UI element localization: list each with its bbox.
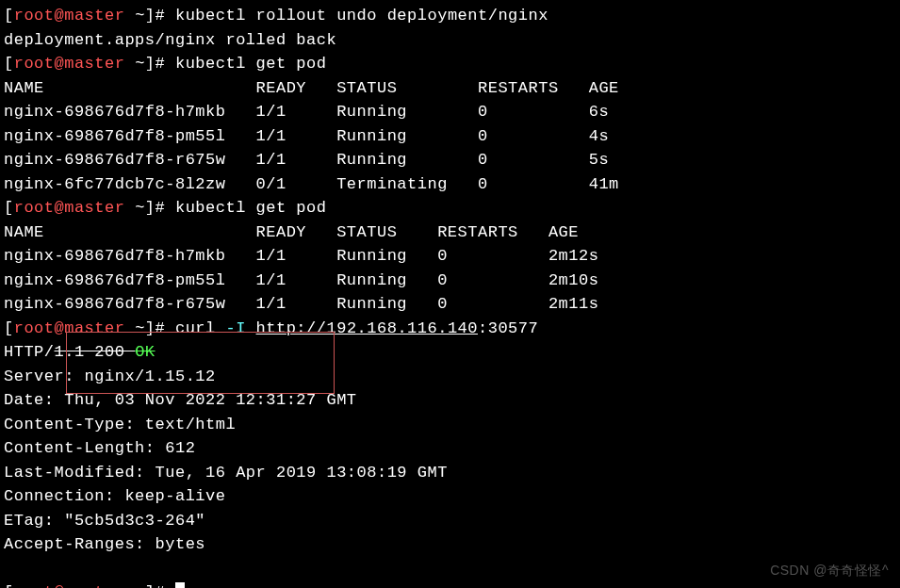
table-row: nginx-698676d7f8-h7mkb 1/1 Running 0 2m1… xyxy=(4,244,896,269)
output-rollback: deployment.apps/nginx rolled back xyxy=(4,28,896,53)
http-header-etag: ETag: "5cb5d3c3-264" xyxy=(4,509,896,533)
prompt-end: ]# xyxy=(145,7,175,24)
table-row: nginx-698676d7f8-pm55l 1/1 Running 0 4s xyxy=(4,124,896,149)
table-row: nginx-698676d7f8-h7mkb 1/1 Running 0 6s xyxy=(4,100,896,124)
http-header-accept-ranges: Accept-Ranges: bytes xyxy=(4,532,896,557)
prompt-line-4: [root@master ~]# curl -I http://192.168.… xyxy=(4,317,896,341)
prompt-line-2: [root@master ~]# kubectl get pod xyxy=(4,52,896,76)
table-row: nginx-6fc77dcb7c-8l2zw 0/1 Terminating 0… xyxy=(4,172,896,197)
http-header-content-length: Content-Length: 612 xyxy=(4,436,896,461)
curl-cmd: curl xyxy=(175,319,226,337)
http-header-last-modified: Last-Modified: Tue, 16 Apr 2019 13:08:19… xyxy=(4,461,896,485)
cursor xyxy=(175,582,185,588)
http-header-server: Server: nginx/1.15.12 xyxy=(4,365,896,389)
prompt-idle[interactable]: [root@master ~]# xyxy=(4,580,896,588)
table-header-2: NAME READY STATUS RESTARTS AGE xyxy=(4,220,896,245)
user-host: root@master xyxy=(14,7,125,24)
curl-flag: -I xyxy=(225,319,245,337)
bracket: [ xyxy=(4,7,14,24)
table-row: nginx-698676d7f8-r675w 1/1 Running 0 2m1… xyxy=(4,292,896,317)
http-header-content-type: Content-Type: text/html xyxy=(4,413,896,437)
cwd: ~ xyxy=(135,7,145,24)
curl-url: http://192.168.116.140 xyxy=(256,319,478,337)
watermark: CSDN @奇奇怪怪^ xyxy=(770,561,889,580)
table-header-1: NAME READY STATUS RESTARTS AGE xyxy=(4,76,896,101)
terminal-output[interactable]: [root@master ~]# kubectl rollout undo de… xyxy=(4,4,896,588)
table-row: nginx-698676d7f8-pm55l 1/1 Running 0 2m1… xyxy=(4,269,896,293)
command-2: kubectl get pod xyxy=(175,55,327,73)
blank-line xyxy=(4,557,896,581)
command-3: kubectl get pod xyxy=(175,199,327,217)
http-header-date: Date: Thu, 03 Nov 2022 12:31:27 GMT xyxy=(4,388,896,413)
prompt-line-1: [root@master ~]# kubectl rollout undo de… xyxy=(4,4,896,28)
prompt-line-3: [root@master ~]# kubectl get pod xyxy=(4,196,896,220)
command-1: kubectl rollout undo deployment/nginx xyxy=(175,7,548,24)
table-row: nginx-698676d7f8-r675w 1/1 Running 0 5s xyxy=(4,148,896,172)
http-status-line: HTTP/1.1 200 OK xyxy=(4,340,896,365)
http-header-connection: Connection: keep-alive xyxy=(4,484,896,509)
